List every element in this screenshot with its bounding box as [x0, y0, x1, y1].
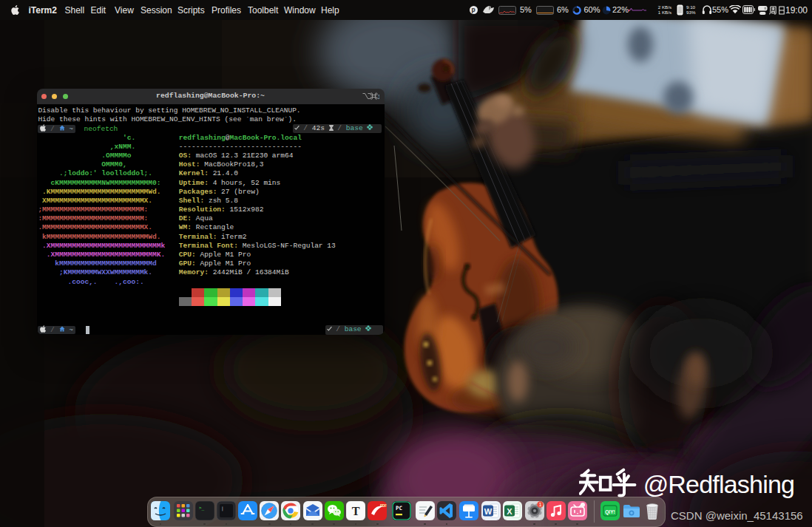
svg-text:1: 1 — [538, 502, 541, 507]
svg-text:PDF: PDF — [380, 504, 387, 508]
svg-text:W: W — [484, 507, 493, 516]
svg-text:X: X — [507, 507, 512, 516]
svg-text:|: | — [221, 506, 224, 511]
svg-text:PC: PC — [396, 505, 402, 511]
svg-text:1: 1 — [377, 92, 379, 100]
svg-text:>_: >_ — [199, 505, 205, 511]
svg-text:QIY!: QIY! — [605, 509, 615, 515]
svg-text:T: T — [352, 505, 360, 517]
